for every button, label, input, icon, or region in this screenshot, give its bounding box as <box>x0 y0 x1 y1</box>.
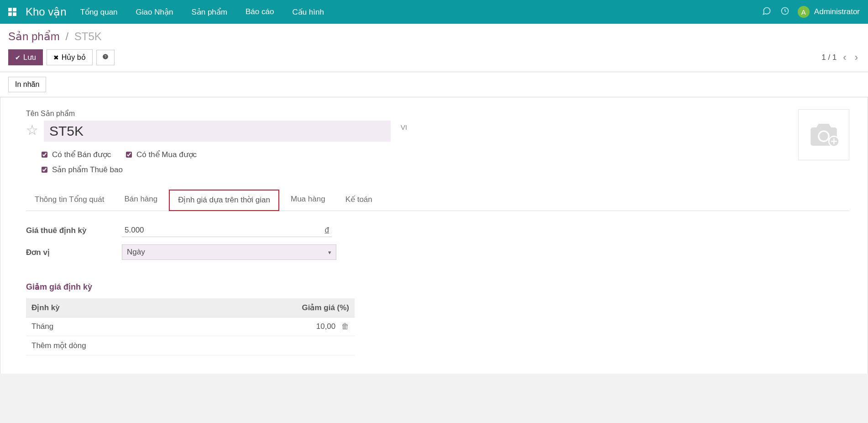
trash-icon[interactable]: 🗑 <box>341 322 349 331</box>
discard-label: Hủy bỏ <box>62 53 86 62</box>
pager-prev-icon[interactable]: ‹ <box>841 52 848 63</box>
product-image-placeholder[interactable] <box>798 109 849 160</box>
svg-point-4 <box>819 132 828 141</box>
nav-transfers[interactable]: Giao Nhận <box>136 7 173 17</box>
recurring-price-value: 5.000 <box>125 226 144 235</box>
recurring-price-label: Giá thuê định kỳ <box>26 226 122 235</box>
help-icon: ? <box>102 53 109 62</box>
apps-icon[interactable] <box>8 8 16 16</box>
tab-time-pricing[interactable]: Định giá dựa trên thời gian <box>169 190 279 211</box>
nav-reports[interactable]: Báo cáo <box>246 7 274 16</box>
discard-button[interactable]: ✖ Hủy bỏ <box>47 49 93 65</box>
save-label: Lưu <box>23 53 36 62</box>
pager-text: 1 / 1 <box>821 53 837 62</box>
check-subscription[interactable]: Sản phẩm Thuê bao <box>42 165 123 174</box>
language-badge[interactable]: VI <box>396 121 412 134</box>
username[interactable]: Administrator <box>814 7 860 16</box>
discount-table: Định kỳ Giảm giá (%) Tháng 10,00 🗑 Thêm … <box>26 298 355 355</box>
discount-col-percent: Giảm giá (%) <box>158 298 355 317</box>
tab-sales[interactable]: Bán hàng <box>115 190 166 211</box>
discount-percent-cell[interactable]: 10,00 🗑 <box>158 317 355 336</box>
discount-section-title: Giảm giá định kỳ <box>26 282 849 292</box>
pager-next-icon[interactable]: › <box>853 52 860 63</box>
product-name-label: Tên Sản phẩm <box>26 109 798 118</box>
unit-select[interactable]: Ngày ▾ <box>122 244 336 260</box>
svg-text:?: ? <box>104 54 106 58</box>
check-subscription-label: Sản phẩm Thuê bao <box>52 165 123 174</box>
check-can-sell-box[interactable] <box>42 152 47 158</box>
product-name-input[interactable] <box>44 121 391 142</box>
clock-icon[interactable] <box>780 6 790 17</box>
avatar[interactable]: A <box>798 6 810 18</box>
form-sheet: Tên Sản phẩm ☆ VI Có thể Bán được Có thể… <box>0 97 868 374</box>
unit-label: Đơn vị <box>26 248 122 257</box>
check-can-sell-label: Có thể Bán được <box>52 150 111 159</box>
currency-unit: đ <box>325 226 329 235</box>
check-can-sell[interactable]: Có thể Bán được <box>42 150 111 159</box>
save-button[interactable]: ✔ Lưu <box>8 49 43 65</box>
unit-value: Ngày <box>127 248 145 257</box>
nav-overview[interactable]: Tổng quan <box>80 7 118 17</box>
favorite-star-icon[interactable]: ☆ <box>26 123 38 137</box>
breadcrumb-separator: / <box>65 30 68 42</box>
check-can-buy-label: Có thể Mua được <box>136 150 197 159</box>
help-button[interactable]: ? <box>96 50 115 65</box>
pager: 1 / 1 ‹ › <box>821 52 860 63</box>
tab-general[interactable]: Thông tin Tổng quát <box>26 190 113 211</box>
chevron-down-icon: ▾ <box>328 249 331 256</box>
breadcrumb: Sản phẩm / ST5K <box>8 30 860 43</box>
nav-products[interactable]: Sản phẩm <box>191 7 227 17</box>
close-icon: ✖ <box>53 54 59 61</box>
discount-col-period: Định kỳ <box>26 298 158 317</box>
recurring-price-input[interactable]: 5.000 đ <box>122 224 332 237</box>
top-navbar: Kho vận Tổng quan Giao Nhận Sản phẩm Báo… <box>0 0 868 24</box>
check-subscription-box[interactable] <box>42 167 47 173</box>
add-row-link[interactable]: Thêm một dòng <box>26 336 355 355</box>
chat-icon[interactable] <box>762 6 771 17</box>
nav-config[interactable]: Cấu hình <box>292 7 324 17</box>
print-label-button[interactable]: In nhãn <box>8 77 46 92</box>
check-can-buy-box[interactable] <box>126 152 132 158</box>
breadcrumb-current: ST5K <box>74 30 102 42</box>
camera-plus-icon <box>805 119 842 151</box>
secondary-bar: In nhãn <box>0 72 868 97</box>
check-can-buy[interactable]: Có thể Mua được <box>126 150 197 159</box>
tabs: Thông tin Tổng quát Bán hàng Định giá dự… <box>26 189 849 211</box>
discount-period-cell[interactable]: Tháng <box>26 317 158 336</box>
control-panel: Sản phẩm / ST5K ✔ Lưu ✖ Hủy bỏ ? 1 / 1 ‹… <box>0 24 868 72</box>
brand[interactable]: Kho vận <box>26 5 67 18</box>
breadcrumb-parent[interactable]: Sản phẩm <box>8 30 60 42</box>
tab-purchase[interactable]: Mua hàng <box>282 190 334 211</box>
tab-accounting[interactable]: Kế toán <box>337 190 381 211</box>
table-row[interactable]: Tháng 10,00 🗑 <box>26 317 355 336</box>
tab-content: Giá thuê định kỳ 5.000 đ Đơn vị Ngày ▾ G… <box>26 211 849 355</box>
check-icon: ✔ <box>15 54 21 61</box>
